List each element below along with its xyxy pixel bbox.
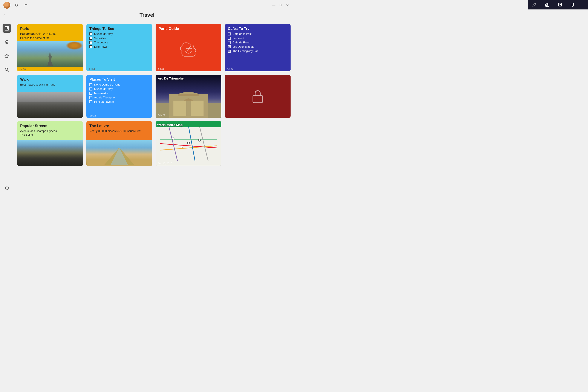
- cafe-check-1: Café de la Paix: [228, 32, 288, 36]
- place-check-2: Musee d'Orsay: [90, 87, 149, 90]
- cafe-checkbox-3[interactable]: [228, 41, 231, 44]
- sidebar-trash-button[interactable]: [2, 38, 11, 46]
- guide-card-header: Paris Guide: [156, 24, 221, 34]
- louvre-card-image: [86, 140, 152, 166]
- cafe-checkbox-1[interactable]: [228, 32, 231, 36]
- cafe-label-4: Les Deux Magots: [232, 45, 254, 48]
- leaves-decoration: [66, 41, 83, 50]
- metro-card-title: Paris Metro Map: [158, 123, 183, 126]
- cafes-card[interactable]: Cafés To Try Café de la Paix Le Select C…: [225, 24, 290, 71]
- lock-icon: [251, 88, 264, 104]
- popular-streets-card[interactable]: Popular Streets Avenue des Champs-Élysée…: [17, 121, 83, 166]
- place-checkbox-2[interactable]: [90, 88, 92, 90]
- guide-card-date: Jul 04: [156, 67, 221, 71]
- cafe-label-5: The Hemingway Bar: [232, 50, 258, 53]
- places-card-header: Places To Visit Notre Dame de Paris Muse…: [86, 75, 152, 106]
- close-button[interactable]: ✕: [284, 2, 290, 8]
- place-checkbox-4[interactable]: [90, 96, 92, 99]
- svg-rect-21: [253, 96, 262, 103]
- svg-marker-7: [5, 54, 9, 58]
- check-label-3: The Louvre: [94, 41, 108, 44]
- place-checkbox-3[interactable]: [90, 92, 92, 95]
- settings-button[interactable]: ⚙: [14, 2, 19, 8]
- svg-rect-19: [191, 100, 204, 116]
- svg-rect-18: [174, 100, 186, 116]
- svg-point-35: [181, 146, 183, 148]
- louvre-description: Nearly 35,000 pieces 652,300 square feet: [90, 130, 149, 132]
- things-card-title: Things To See: [90, 27, 149, 31]
- paris-population-label: Population: [20, 32, 34, 36]
- places-card[interactable]: Places To Visit Notre Dame de Paris Muse…: [86, 75, 152, 118]
- place-checkbox-5[interactable]: [90, 100, 92, 103]
- louvre-pyramid-icon: [86, 146, 152, 166]
- cafes-card-header: Cafés To Try Café de la Paix Le Select C…: [225, 24, 290, 56]
- paris-card-image: [17, 41, 83, 67]
- arc-photo: Arc De Triomphe Feb 22: [156, 75, 221, 118]
- place-check-1: Notre Dame de Paris: [90, 83, 149, 86]
- sidebar-star-button[interactable]: [2, 52, 11, 60]
- walk-photo: [17, 92, 83, 118]
- walk-description: Best Places to Walk in Paris: [20, 83, 80, 86]
- paris-card[interactable]: Paris Population 2014: 2,241,246 Paris i…: [17, 24, 83, 71]
- place-checkbox-1[interactable]: [90, 83, 92, 86]
- checkbox-3[interactable]: [90, 41, 92, 44]
- metro-card[interactable]: Paris Metro Map: [156, 121, 221, 166]
- minimize-button[interactable]: —: [270, 2, 277, 8]
- sidebar: [0, 21, 14, 196]
- sidebar-sync-button[interactable]: [2, 184, 11, 192]
- sidebar-search-button[interactable]: [2, 65, 11, 74]
- cafe-checkbox-2[interactable]: [228, 37, 231, 40]
- paris-guide-card[interactable]: Paris Guide Jul 04: [156, 24, 221, 71]
- svg-point-32: [172, 138, 174, 140]
- things-to-see-card[interactable]: Things To See Musée d'Orsay Versailles T…: [86, 24, 152, 71]
- places-card-date: Feb 22: [86, 114, 152, 118]
- cafe-checkbox-5[interactable]: ✓: [228, 50, 231, 53]
- walk-photo-overlay: [17, 102, 83, 118]
- cafe-check-5: ✓ The Hemingway Bar: [228, 50, 288, 53]
- walk-card[interactable]: Walk Best Places to Walk in Paris: [17, 75, 83, 118]
- things-checklist: Musée d'Orsay Versailles The Louvre Eiff…: [90, 32, 149, 48]
- things-card-header: Things To See Musée d'Orsay Versailles T…: [86, 24, 152, 51]
- svg-line-9: [8, 70, 9, 72]
- back-button[interactable]: ‹: [4, 13, 5, 18]
- title-bar: ‹ Travel: [0, 10, 294, 20]
- metro-card-date: Sep 15, 2017: [158, 162, 172, 164]
- cafe-label-2: Le Select: [232, 36, 244, 40]
- louvre-card-title: The Louvre: [90, 124, 149, 128]
- svg-rect-20: [178, 94, 199, 96]
- place-check-4: Arc de Triomphe: [90, 96, 149, 99]
- page-title: Travel: [140, 12, 154, 18]
- eiffel-tower-icon: [46, 49, 54, 66]
- sort-button[interactable]: ↓≡: [22, 2, 28, 8]
- place-label-4: Arc de Triomphe: [94, 96, 114, 99]
- place-label-1: Notre Dame de Paris: [94, 83, 120, 86]
- maximize-button[interactable]: □: [278, 2, 284, 8]
- metro-map-area: 4: [156, 121, 221, 166]
- arc-card[interactable]: Arc De Triomphe Feb 22: [156, 75, 221, 118]
- place-label-5: Pont La Fayette: [94, 100, 114, 103]
- checkbox-1[interactable]: [90, 32, 92, 36]
- locked-card[interactable]: [225, 75, 290, 118]
- paris-photo: [17, 41, 83, 67]
- paris-description: Paris is the home of the: [20, 36, 80, 40]
- things-card-date: Jul 04: [86, 67, 152, 71]
- louvre-photo: [86, 140, 152, 166]
- streets-item-1: Avenue des Champs-Élysées: [20, 130, 80, 132]
- avatar[interactable]: [4, 2, 10, 8]
- checkbox-4[interactable]: [90, 45, 92, 48]
- place-check-3: Montmartre: [90, 92, 149, 95]
- louvre-card[interactable]: The Louvre Nearly 35,000 pieces 652,300 …: [86, 121, 152, 166]
- arc-silhouette-icon: [156, 90, 221, 118]
- louvre-card-header: The Louvre Nearly 35,000 pieces 652,300 …: [86, 121, 152, 140]
- cafes-card-title: Cafés To Try: [228, 27, 288, 31]
- paris-card-title: Paris: [20, 27, 80, 31]
- checkbox-2[interactable]: [90, 37, 92, 40]
- walk-card-title: Walk: [20, 77, 80, 82]
- sidebar-notebook-button[interactable]: [2, 24, 11, 33]
- cafe-checkbox-4[interactable]: ✓: [228, 45, 231, 48]
- streets-photo: [17, 140, 83, 166]
- check-label-1: Musée d'Orsay: [94, 32, 113, 36]
- places-spacer: [86, 106, 152, 114]
- svg-rect-12: [49, 55, 51, 56]
- streets-card-header: Popular Streets Avenue des Champs-Élysée…: [17, 121, 83, 140]
